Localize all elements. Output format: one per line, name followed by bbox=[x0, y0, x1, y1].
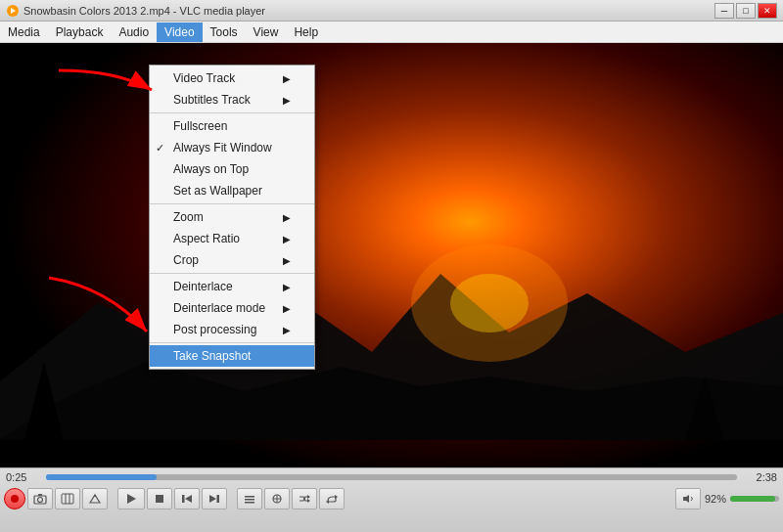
progress-bar[interactable] bbox=[46, 474, 737, 480]
minimize-button[interactable]: ─ bbox=[714, 3, 734, 19]
time-total: 2:38 bbox=[743, 471, 777, 483]
separator1 bbox=[150, 112, 314, 113]
menu-crop[interactable]: Crop ▶ bbox=[150, 249, 314, 271]
svg-rect-15 bbox=[62, 494, 73, 504]
menu-video-track[interactable]: Video Track ▶ bbox=[150, 67, 314, 89]
playlist-button[interactable] bbox=[237, 488, 262, 510]
submenu-arrow: ▶ bbox=[283, 95, 291, 106]
separator4 bbox=[150, 342, 314, 343]
play-button[interactable] bbox=[117, 488, 145, 510]
menu-video[interactable]: Video bbox=[157, 22, 202, 42]
vlc-icon bbox=[6, 4, 20, 18]
video-dropdown-menu: Video Track ▶ Subtitles Track ▶ Fullscre… bbox=[149, 65, 315, 370]
next-button[interactable] bbox=[202, 488, 227, 510]
menu-fullscreen[interactable]: Fullscreen bbox=[150, 115, 314, 137]
svg-rect-20 bbox=[156, 495, 163, 503]
svg-marker-19 bbox=[127, 494, 136, 504]
menu-deinterlace[interactable]: Deinterlace ▶ bbox=[150, 276, 314, 297]
svg-marker-35 bbox=[683, 495, 689, 503]
menu-take-snapshot[interactable]: Take Snapshot bbox=[150, 345, 314, 367]
svg-marker-21 bbox=[185, 495, 192, 503]
submenu-arrow: ▶ bbox=[283, 303, 291, 314]
title-text: Snowbasin Colors 2013 2.mp4 - VLC media … bbox=[23, 5, 265, 17]
menu-audio[interactable]: Audio bbox=[111, 22, 157, 42]
submenu-arrow: ▶ bbox=[283, 325, 291, 335]
frame-icon bbox=[61, 493, 74, 505]
repeat-icon bbox=[325, 493, 339, 505]
menu-subtitles-track[interactable]: Subtitles Track ▶ bbox=[150, 89, 314, 111]
controls-bar: 0:25 2:38 bbox=[0, 467, 783, 532]
svg-rect-22 bbox=[182, 495, 185, 503]
svg-point-13 bbox=[38, 498, 43, 503]
progress-bar-fill bbox=[46, 474, 157, 480]
snapshot-button[interactable] bbox=[27, 488, 53, 510]
frame-button[interactable] bbox=[55, 488, 80, 510]
volume-percentage: 92% bbox=[705, 493, 726, 505]
svg-point-5 bbox=[450, 274, 529, 332]
menu-always-on-top[interactable]: Always on Top bbox=[150, 158, 314, 180]
shuffle-button[interactable] bbox=[292, 488, 317, 510]
menu-set-as-wallpaper[interactable]: Set as Wallpaper bbox=[150, 180, 314, 201]
extended-icon bbox=[270, 493, 284, 505]
title-bar-left: Snowbasin Colors 2013 2.mp4 - VLC media … bbox=[6, 4, 265, 18]
svg-marker-32 bbox=[307, 499, 310, 503]
menu-view[interactable]: View bbox=[246, 22, 287, 42]
extra-button[interactable] bbox=[82, 488, 108, 510]
volume-bar-fill bbox=[730, 496, 775, 502]
arrow1-indicator bbox=[39, 61, 157, 139]
play-icon bbox=[125, 493, 137, 505]
extra-icon bbox=[88, 493, 102, 505]
submenu-arrow: ▶ bbox=[283, 234, 291, 244]
svg-marker-23 bbox=[209, 495, 216, 503]
checkmark-icon: ✓ bbox=[156, 142, 164, 155]
shuffle-icon bbox=[298, 493, 311, 505]
extended-button[interactable] bbox=[264, 488, 290, 510]
submenu-arrow: ▶ bbox=[283, 212, 291, 223]
title-bar: Snowbasin Colors 2013 2.mp4 - VLC media … bbox=[0, 0, 783, 22]
submenu-arrow: ▶ bbox=[283, 282, 291, 292]
maximize-button[interactable]: □ bbox=[736, 3, 756, 19]
close-button[interactable]: ✕ bbox=[758, 3, 777, 19]
repeat-button[interactable] bbox=[319, 488, 345, 510]
svg-marker-31 bbox=[307, 495, 310, 499]
menu-media[interactable]: Media bbox=[0, 22, 48, 42]
video-area: Video Track ▶ Subtitles Track ▶ Fullscre… bbox=[0, 43, 783, 489]
prev-button[interactable] bbox=[174, 488, 200, 510]
volume-button[interactable] bbox=[675, 488, 701, 510]
menu-deinterlace-mode[interactable]: Deinterlace mode ▶ bbox=[150, 297, 314, 319]
volume-area: 92% bbox=[675, 488, 779, 510]
menu-playback[interactable]: Playback bbox=[48, 22, 112, 42]
menu-post-processing[interactable]: Post processing ▶ bbox=[150, 319, 314, 340]
svg-rect-24 bbox=[217, 495, 220, 503]
svg-rect-14 bbox=[38, 494, 42, 496]
separator2 bbox=[150, 203, 314, 204]
snapshot-icon bbox=[33, 493, 47, 505]
stop-button[interactable] bbox=[147, 488, 172, 510]
volume-bar[interactable] bbox=[730, 496, 779, 502]
svg-rect-26 bbox=[245, 499, 254, 501]
progress-area: 0:25 2:38 bbox=[0, 468, 783, 486]
arrow2-indicator bbox=[29, 258, 157, 356]
record-button[interactable] bbox=[4, 488, 25, 510]
title-buttons: ─ □ ✕ bbox=[714, 3, 777, 19]
menu-aspect-ratio[interactable]: Aspect Ratio ▶ bbox=[150, 228, 314, 249]
record-icon bbox=[10, 494, 20, 504]
svg-rect-25 bbox=[245, 496, 254, 498]
time-elapsed: 0:25 bbox=[6, 471, 40, 483]
svg-point-11 bbox=[11, 495, 19, 503]
menu-tools[interactable]: Tools bbox=[203, 22, 246, 42]
playlist-icon bbox=[243, 493, 256, 505]
separator3 bbox=[150, 273, 314, 274]
menu-bar: Media Playback Audio Video Tools View He… bbox=[0, 22, 783, 43]
menu-always-fit-window[interactable]: ✓ Always Fit Window bbox=[150, 137, 314, 158]
submenu-arrow: ▶ bbox=[283, 73, 291, 84]
buttons-row: 92% bbox=[0, 486, 783, 511]
svg-rect-27 bbox=[245, 502, 254, 504]
menu-help[interactable]: Help bbox=[286, 22, 326, 42]
stop-icon bbox=[155, 494, 164, 504]
submenu-arrow: ▶ bbox=[283, 255, 291, 266]
prev-icon bbox=[180, 493, 194, 505]
menu-zoom[interactable]: Zoom ▶ bbox=[150, 206, 314, 228]
next-icon bbox=[207, 493, 221, 505]
svg-marker-18 bbox=[90, 495, 100, 503]
